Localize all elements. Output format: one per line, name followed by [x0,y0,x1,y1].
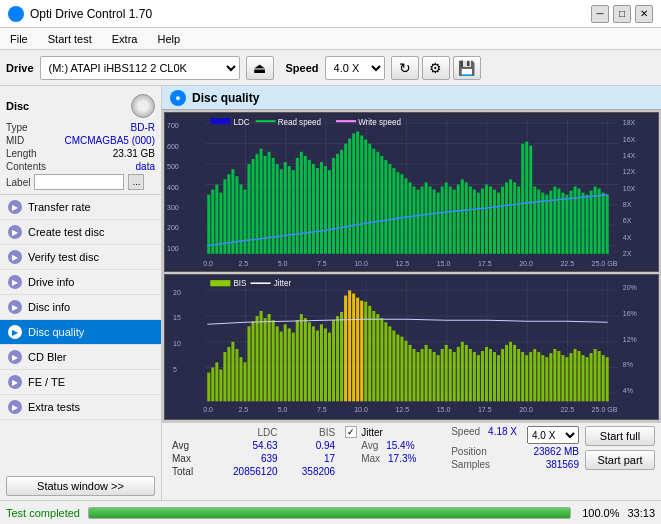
svg-rect-46 [320,162,323,254]
sidebar-item-extra-tests[interactable]: ▶ Extra tests [0,395,161,420]
svg-rect-72 [425,182,428,253]
svg-rect-229 [457,347,460,401]
disc-quality-title: Disc quality [192,91,259,105]
maximize-button[interactable]: □ [613,5,631,23]
save-button[interactable]: 💾 [453,56,481,80]
svg-rect-250 [541,355,544,401]
svg-rect-210 [380,318,383,401]
svg-text:25.0 GB: 25.0 GB [592,260,618,268]
svg-text:5.0: 5.0 [278,260,288,268]
bis-chart: BIS Jitter 20 15 10 5 20% 16% 12% 8% 4% … [164,274,659,420]
sidebar-item-verify-test-disc[interactable]: ▶ Verify test disc [0,245,161,270]
sidebar-item-disc-info[interactable]: ▶ Disc info [0,295,161,320]
avg-ldc: 54.63 [209,439,282,452]
sidebar-item-transfer-rate[interactable]: ▶ Transfer rate [0,195,161,220]
svg-text:20.0: 20.0 [519,260,533,268]
type-value: BD-R [131,122,155,133]
max-label: Max [168,452,209,465]
svg-text:5.0: 5.0 [278,406,288,414]
svg-rect-47 [324,166,327,254]
menu-extra[interactable]: Extra [106,32,144,46]
svg-rect-260 [582,355,585,401]
svg-rect-42 [304,156,307,254]
svg-rect-219 [417,352,420,401]
svg-rect-217 [408,345,411,401]
sidebar-item-label-disc-info: Disc info [28,301,70,313]
svg-rect-88 [489,186,492,253]
svg-rect-34 [272,158,275,254]
svg-rect-185 [280,332,283,402]
speed-select[interactable]: 4.0 X 8.0 X MAX [325,56,385,80]
drive-select[interactable]: (M:) ATAPI iHBS112 2 CL0K [40,56,240,80]
drive-label: Drive [6,62,34,74]
svg-rect-206 [364,302,367,402]
svg-text:0.0: 0.0 [203,406,213,414]
sidebar-item-label-fe-te: FE / TE [28,376,65,388]
svg-rect-221 [425,345,428,401]
speed-stat-select[interactable]: 4.0 X [527,426,579,444]
svg-rect-183 [272,320,275,401]
svg-text:10.0: 10.0 [354,406,368,414]
refresh-button[interactable]: ↻ [391,56,419,80]
sidebar-item-create-test-disc[interactable]: ▶ Create test disc [0,220,161,245]
status-window-button[interactable]: Status window >> [6,476,155,496]
svg-text:Write speed: Write speed [358,118,401,127]
max-bis: 17 [282,452,340,465]
minimize-button[interactable]: ─ [591,5,609,23]
sidebar-item-fe-te[interactable]: ▶ FE / TE [0,370,161,395]
svg-rect-59 [372,149,375,254]
svg-rect-80 [457,184,460,253]
svg-rect-57 [364,140,367,254]
svg-rect-174 [235,349,238,401]
svg-rect-96 [521,144,524,254]
menu-help[interactable]: Help [151,32,186,46]
disc-quality-icon: ▶ [8,325,22,339]
menu-file[interactable]: File [4,32,34,46]
verify-test-disc-icon: ▶ [8,250,22,264]
svg-rect-199 [348,291,351,402]
svg-rect-235 [481,351,484,401]
svg-rect-81 [461,179,464,254]
settings-button[interactable]: ⚙ [422,56,450,80]
svg-rect-222 [429,349,432,401]
total-label: Total [168,465,209,478]
close-button[interactable]: ✕ [635,5,653,23]
svg-rect-67 [404,178,407,254]
menu-start-test[interactable]: Start test [42,32,98,46]
svg-text:5: 5 [173,366,177,374]
svg-text:700: 700 [167,122,179,130]
svg-rect-84 [473,190,476,254]
svg-rect-40 [296,158,299,254]
ldc-chart-svg: LDC Read speed Write speed 700 600 500 4… [165,113,658,271]
speed-label: Speed [286,62,319,74]
svg-rect-68 [408,182,411,253]
progress-bar [88,507,571,519]
eject-button[interactable]: ⏏ [246,56,274,80]
jitter-checkbox[interactable]: ✓ [345,426,357,438]
label-label: Label [6,177,30,188]
svg-rect-196 [324,329,327,402]
svg-rect-95 [517,186,520,253]
svg-text:12.5: 12.5 [395,406,409,414]
svg-rect-232 [469,349,472,401]
sidebar-item-disc-quality[interactable]: ▶ Disc quality [0,320,161,345]
drive-info-icon: ▶ [8,275,22,289]
title-bar: Opti Drive Control 1.70 ─ □ ✕ [0,0,661,28]
label-browse-button[interactable]: ... [128,174,144,190]
svg-rect-257 [569,353,572,401]
total-ldc: 20856120 [209,465,282,478]
svg-rect-218 [413,349,416,401]
col-header-ldc: LDC [209,426,282,439]
svg-rect-184 [276,327,279,402]
start-part-button[interactable]: Start part [585,450,655,470]
svg-rect-70 [417,190,420,254]
svg-rect-176 [243,363,246,402]
label-input[interactable] [34,174,124,190]
sidebar-item-cd-bler[interactable]: ▶ CD Bler [0,345,161,370]
sidebar-item-drive-info[interactable]: ▶ Drive info [0,270,161,295]
svg-rect-36 [280,169,283,254]
jitter-label: Jitter [361,427,383,438]
start-full-button[interactable]: Start full [585,426,655,446]
svg-rect-253 [553,349,556,401]
max-ldc: 639 [209,452,282,465]
